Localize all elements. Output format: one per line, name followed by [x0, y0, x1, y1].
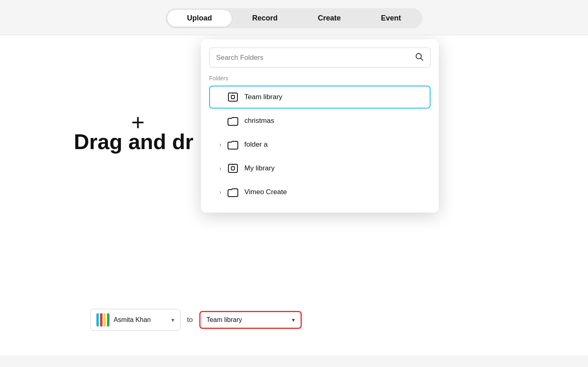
- folder-label-christmas: christmas: [244, 117, 274, 125]
- bottom-bar: Asmita Khan ▾ to Team library ▾: [90, 309, 302, 331]
- svg-rect-3: [231, 95, 235, 99]
- user-name: Asmita Khan: [114, 316, 167, 324]
- team-library-icon: [227, 91, 239, 103]
- folder-item-christmas[interactable]: christmas: [209, 109, 431, 132]
- tab-event[interactable]: Event: [361, 10, 421, 27]
- folder-icon-christmas: [227, 115, 239, 127]
- chevron-right-vimeo-create: ›: [217, 188, 224, 196]
- library-select[interactable]: Team library ▾: [199, 311, 302, 329]
- user-select[interactable]: Asmita Khan ▾: [90, 309, 180, 331]
- search-input[interactable]: [216, 54, 415, 62]
- folder-item-team-library[interactable]: Team library: [209, 86, 431, 109]
- svg-line-1: [421, 58, 423, 60]
- folders-label: Folders: [209, 75, 431, 82]
- tab-create[interactable]: Create: [298, 10, 360, 27]
- svg-rect-2: [228, 93, 237, 101]
- folder-dropdown-panel: Folders Team library christmas: [201, 39, 439, 213]
- tab-record[interactable]: Record: [232, 10, 297, 27]
- search-icon[interactable]: [415, 52, 424, 63]
- tab-group: Upload Record Create Event: [166, 8, 422, 28]
- top-nav: Upload Record Create Event: [0, 0, 588, 35]
- folder-label-team-library: Team library: [244, 93, 283, 101]
- my-library-icon: [227, 163, 239, 174]
- svg-rect-5: [228, 164, 237, 172]
- folder-item-my-library[interactable]: › My library: [209, 157, 431, 180]
- tab-upload[interactable]: Upload: [167, 10, 232, 27]
- library-select-text: Team library: [206, 316, 288, 324]
- drag-text: Drag and dr: [74, 129, 194, 154]
- svg-rect-6: [231, 167, 235, 170]
- chevron-right-my-library: ›: [217, 165, 224, 172]
- chevron-right-folder-a: ›: [217, 141, 224, 148]
- folder-label-vimeo-create: Vimeo Create: [244, 188, 287, 196]
- chevron-down-icon: ▾: [171, 317, 174, 323]
- chevron-down-library-icon: ▾: [292, 317, 295, 323]
- folder-icon-folder-a: [227, 139, 239, 150]
- main-area: + Drag and dr Folders: [0, 35, 588, 356]
- folder-label-folder-a: folder a: [244, 140, 268, 149]
- search-box: [209, 48, 431, 68]
- folder-item-vimeo-create[interactable]: › Vimeo Create: [209, 181, 431, 204]
- folder-item-folder-a[interactable]: › folder a: [209, 133, 431, 156]
- user-avatar: [96, 313, 109, 326]
- folder-label-my-library: My library: [244, 164, 275, 172]
- folder-icon-vimeo-create: [227, 186, 239, 198]
- to-label: to: [187, 316, 193, 324]
